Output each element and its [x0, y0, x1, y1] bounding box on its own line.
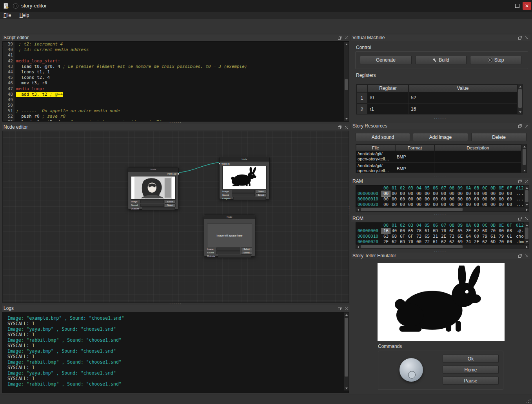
- hex-byte[interactable]: 00: [505, 191, 514, 197]
- select-image-button[interactable]: Select: [165, 200, 176, 204]
- scrollbar-track[interactable]: [525, 227, 529, 240]
- logs-view[interactable]: Image: "example.bmp" , Sound: "choose1.s…: [2, 312, 349, 393]
- hex-byte[interactable]: 70: [407, 239, 415, 244]
- outputs-value-box[interactable]: [142, 207, 175, 210]
- description-column-header[interactable]: Description: [434, 144, 521, 151]
- select-sound-button[interactable]: Select: [256, 193, 267, 197]
- scroll-down-arrow[interactable]: [518, 110, 522, 114]
- hex-byte[interactable]: 00: [390, 197, 398, 202]
- value-column-header[interactable]: Value: [409, 84, 517, 92]
- hex-byte[interactable]: 00: [464, 197, 472, 202]
- hex-byte[interactable]: 00: [497, 191, 505, 197]
- float-panel-icon[interactable]: [338, 36, 342, 40]
- step-button[interactable]: Step: [470, 56, 521, 64]
- logs-vscrollbar[interactable]: [344, 312, 349, 391]
- hex-byte[interactable]: 00: [448, 197, 456, 202]
- close-panel-icon[interactable]: [344, 36, 349, 40]
- scrollbar-thumb[interactable]: [518, 89, 522, 108]
- hex-byte[interactable]: 00: [398, 202, 407, 207]
- hex-byte[interactable]: 70: [497, 239, 505, 244]
- resources-table[interactable]: File Format Description /mnt/data/git/ o…: [356, 144, 522, 173]
- splitter-handle[interactable]: ······: [351, 175, 529, 177]
- hex-byte[interactable]: 62: [481, 239, 489, 244]
- hex-byte[interactable]: 78: [415, 228, 423, 234]
- hex-byte[interactable]: 00: [390, 191, 398, 197]
- hex-byte[interactable]: 00: [439, 191, 448, 197]
- code-line[interactable]: 51; ------ On appelle un autre media nod…: [3, 108, 349, 114]
- hex-byte[interactable]: 62: [439, 239, 448, 244]
- close-panel-icon[interactable]: [525, 254, 529, 258]
- hex-byte[interactable]: 6C: [448, 228, 456, 234]
- minimize-button[interactable]: –: [503, 2, 512, 10]
- hex-byte[interactable]: 00: [431, 197, 439, 202]
- float-panel-icon[interactable]: [518, 217, 522, 221]
- scroll-down-arrow[interactable]: [525, 202, 529, 207]
- hex-data-row[interactable]: 000000001640006578616D706C652E626D700008…: [358, 228, 524, 234]
- code-line[interactable]: 41: [3, 53, 349, 58]
- hex-byte[interactable]: 61: [431, 239, 439, 244]
- float-panel-icon[interactable]: [338, 125, 342, 129]
- float-panel-icon[interactable]: [518, 254, 522, 258]
- ram-vscrollbar[interactable]: [524, 185, 529, 207]
- registers-table[interactable]: Register Value 1r0522r116: [356, 84, 517, 115]
- hex-byte[interactable]: 62: [472, 228, 481, 234]
- add-sound-button[interactable]: Add sound: [356, 133, 410, 141]
- hex-byte[interactable]: 00: [407, 197, 415, 202]
- hex-byte[interactable]: 2E: [464, 228, 472, 234]
- hex-byte[interactable]: 00: [407, 202, 415, 207]
- register-row[interactable]: 2r116: [356, 104, 517, 115]
- add-image-button[interactable]: Add image: [413, 133, 468, 141]
- hex-byte[interactable]: 72: [423, 239, 431, 244]
- format-column-header[interactable]: Format: [395, 144, 434, 151]
- hex-byte[interactable]: 6D: [431, 228, 439, 234]
- scroll-up-arrow[interactable]: [525, 186, 529, 190]
- hex-byte[interactable]: 6E: [456, 234, 464, 239]
- hex-byte[interactable]: 79: [497, 234, 505, 239]
- scroll-down-arrow[interactable]: [344, 386, 349, 390]
- hex-byte[interactable]: 00: [481, 197, 489, 202]
- code-line[interactable]: 44 lcons t1, 1: [3, 69, 349, 75]
- code-line[interactable]: 43 load t0, @r0, 4 ; Le premier élément …: [3, 64, 349, 69]
- hex-byte[interactable]: 00: [382, 197, 390, 202]
- hex-byte[interactable]: 64: [464, 234, 472, 239]
- hex-byte[interactable]: 00: [448, 202, 456, 207]
- hex-byte[interactable]: 65: [407, 228, 415, 234]
- hex-byte[interactable]: 16: [382, 228, 390, 234]
- hex-byte[interactable]: 68: [390, 234, 398, 239]
- hex-byte[interactable]: 00: [382, 202, 390, 207]
- hex-byte[interactable]: 6D: [489, 239, 497, 244]
- hex-byte[interactable]: 70: [439, 228, 448, 234]
- hex-byte[interactable]: 63: [382, 234, 390, 239]
- scrollbar-thumb[interactable]: [523, 149, 526, 165]
- hex-byte[interactable]: 6D: [481, 228, 489, 234]
- hex-byte[interactable]: 6F: [407, 234, 415, 239]
- hex-byte[interactable]: 65: [423, 234, 431, 239]
- hex-byte[interactable]: 00: [489, 191, 497, 197]
- scroll-right-arrow[interactable]: [525, 207, 529, 212]
- hex-byte[interactable]: 00: [431, 202, 439, 207]
- home-button[interactable]: Home: [443, 366, 499, 374]
- registers-vscrollbar[interactable]: [517, 84, 523, 115]
- float-panel-icon[interactable]: [518, 179, 522, 184]
- delete-button[interactable]: Delete: [471, 133, 527, 141]
- scrollbar-thumb[interactable]: [525, 227, 528, 239]
- float-panel-icon[interactable]: [518, 36, 522, 40]
- hex-byte[interactable]: 00: [505, 239, 514, 244]
- hex-byte[interactable]: 00: [464, 202, 472, 207]
- scrollbar-thumb[interactable]: [525, 190, 528, 202]
- hex-byte[interactable]: 00: [464, 191, 472, 197]
- hex-byte[interactable]: 61: [423, 228, 431, 234]
- hex-byte[interactable]: 00: [415, 239, 423, 244]
- hex-byte[interactable]: 00: [439, 202, 448, 207]
- close-button[interactable]: ✕: [523, 2, 531, 10]
- jog-knob-indicator[interactable]: [408, 371, 416, 379]
- scroll-up-arrow[interactable]: [522, 144, 527, 149]
- hex-byte[interactable]: 00: [407, 191, 415, 197]
- hex-byte[interactable]: 00: [472, 202, 481, 207]
- hex-byte[interactable]: 79: [481, 234, 489, 239]
- node-title[interactable]: Node: [128, 167, 178, 172]
- hex-byte[interactable]: 00: [489, 202, 497, 207]
- menu-file[interactable]: File: [0, 12, 15, 19]
- hex-byte[interactable]: 00: [456, 197, 464, 202]
- hex-byte[interactable]: 00: [505, 202, 514, 207]
